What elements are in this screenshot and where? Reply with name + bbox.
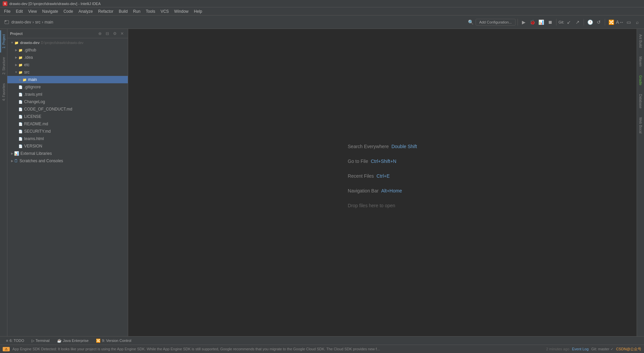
version-control-icon: 🔀 xyxy=(96,339,101,343)
tab-java-enterprise[interactable]: ☕ Java Enterprise xyxy=(54,337,92,345)
sidebar-item-web-bocal[interactable]: Web Bocal xyxy=(638,113,643,137)
git-push-btn[interactable]: ↗ xyxy=(574,18,582,26)
project-icon[interactable] xyxy=(3,18,11,26)
breadcrumb: drawio-dev › src › main xyxy=(11,20,53,25)
sidebar-item-maven[interactable]: Maven xyxy=(638,52,643,71)
sidebar-item-structure[interactable]: 2: Structure xyxy=(0,53,7,79)
debug-btn[interactable]: 🐞 xyxy=(529,18,537,26)
list-item[interactable]: ▶ 📁 main xyxy=(7,76,128,83)
list-item[interactable]: ▶ 📄 SECURITY.md xyxy=(7,128,128,135)
list-item[interactable]: ▶ 📁 .github xyxy=(7,46,128,54)
list-item[interactable]: ▶ 📄 VERSION xyxy=(7,142,128,150)
version-label: VERSION xyxy=(24,144,42,148)
search-btn[interactable]: ⌕ xyxy=(633,18,641,26)
main-folder-icon: 📁 xyxy=(22,77,27,82)
search-everywhere-key[interactable]: Double Shift xyxy=(391,144,417,149)
nav-bar-key[interactable]: Alt+Home xyxy=(381,188,402,193)
status-warning-badge[interactable]: ⚠ xyxy=(3,347,10,351)
list-item[interactable]: ▶ 📄 teams.html xyxy=(7,135,128,142)
menu-edit[interactable]: Edit xyxy=(13,8,25,14)
svg-rect-1 xyxy=(5,20,6,21)
goto-file-label: Go to File xyxy=(348,159,368,164)
run-with-coverage-btn[interactable]: 📊 xyxy=(537,18,545,26)
extlib-icon: 📊 xyxy=(14,151,19,156)
menu-navigate[interactable]: Navigate xyxy=(40,8,61,14)
search-everywhere-btn[interactable]: 🔍 xyxy=(467,18,475,26)
menu-analyze[interactable]: Analyze xyxy=(76,8,96,14)
shortcut-nav-bar: Navigation Bar Alt+Home xyxy=(348,188,417,193)
event-log-btn[interactable]: Event Log xyxy=(572,347,589,351)
project-panel-title: Project xyxy=(10,32,96,36)
locate-file-btn[interactable]: ⊕ xyxy=(97,31,103,37)
tab-terminal[interactable]: ▷ Terminal xyxy=(28,337,53,345)
vcs-branches-btn[interactable]: 🔀 xyxy=(607,18,615,26)
drop-label: Drop files here to open xyxy=(348,203,395,208)
list-item[interactable]: ▶ 📄 ChangeLog xyxy=(7,98,128,105)
shortcut-recent-files: Recent Files Ctrl+E xyxy=(348,173,417,179)
tab-version-control[interactable]: 🔀 9: Version Control xyxy=(93,337,135,345)
collapse-all-btn[interactable]: ⊟ xyxy=(104,31,110,37)
close-panel-btn[interactable]: ✕ xyxy=(119,31,125,37)
menu-window[interactable]: Window xyxy=(171,8,191,14)
status-bar: ⚠ App Engine SDK Detected: It looks like… xyxy=(0,345,644,353)
menu-build[interactable]: Build xyxy=(116,8,130,14)
tree-root[interactable]: ▼ 📁 drawio-dev D:\project\drawlo\drawio-… xyxy=(7,39,128,46)
menu-file[interactable]: File xyxy=(1,8,13,14)
sep2 xyxy=(556,19,556,26)
recent-files-key[interactable]: Ctrl+E xyxy=(377,173,390,179)
menu-code[interactable]: Code xyxy=(61,8,76,14)
list-item[interactable]: ▼ 📁 src xyxy=(7,69,128,76)
git-update-btn[interactable]: ↙ xyxy=(565,18,573,26)
breadcrumb-sep1: › xyxy=(33,20,34,25)
list-item[interactable]: ▶ 📄 .gitignore xyxy=(7,83,128,91)
sidebar-item-ant-build[interactable]: Ant Build xyxy=(638,30,643,52)
recent-files-label: Recent Files xyxy=(348,173,374,179)
list-item[interactable]: ▶ 📄 LICENSE xyxy=(7,113,128,120)
breadcrumb-project[interactable]: drawio-dev xyxy=(11,20,31,25)
list-item[interactable]: ▶ 📄 README.md xyxy=(7,120,128,128)
revert-btn[interactable]: ↺ xyxy=(595,18,603,26)
settings-btn[interactable]: ⚙ xyxy=(112,31,118,37)
translate-btn[interactable]: A↔ xyxy=(616,18,624,26)
java-enterprise-icon: ☕ xyxy=(57,339,62,343)
menu-tools[interactable]: Tools xyxy=(143,8,158,14)
tree-scratches-consoles[interactable]: ▶ 🗒 Scratches and Consoles xyxy=(7,157,128,165)
sidebar-item-project[interactable]: 1: Project xyxy=(0,30,7,52)
sidebar-item-favorites[interactable]: 4: Favorites xyxy=(0,79,7,105)
menu-vcs[interactable]: VCS xyxy=(158,8,172,14)
tab-todo[interactable]: ≡ 6: TODO xyxy=(3,337,28,345)
sidebar-item-database[interactable]: Database xyxy=(638,90,643,113)
history-btn[interactable]: 🕐 xyxy=(586,18,594,26)
add-configuration-button[interactable]: Add Configuration... xyxy=(476,19,516,26)
csdn-label: CSDN@公众号 xyxy=(616,347,641,352)
list-item[interactable]: ▶ 📄 CODE_OF_CONDUCT.md xyxy=(7,105,128,113)
list-item[interactable]: ▶ 📁 etc xyxy=(7,61,128,69)
menu-run[interactable]: Run xyxy=(130,8,143,14)
github-label: .github xyxy=(24,48,36,52)
teams-icon: 📄 xyxy=(18,136,23,141)
root-arrow: ▼ xyxy=(10,41,14,45)
tree-external-libraries[interactable]: ▶ 📊 External Libraries xyxy=(7,150,128,157)
github-arrow: ▶ xyxy=(14,48,18,52)
list-item[interactable]: ▶ 📁 .idea xyxy=(7,54,128,61)
main-arrow: ▶ xyxy=(18,78,22,82)
git-label: Git: xyxy=(558,20,564,24)
stop-btn[interactable]: ⏹ xyxy=(546,18,554,26)
menu-help[interactable]: Help xyxy=(191,8,205,14)
readme-label: README.md xyxy=(24,122,48,126)
root-path: D:\project\drawlo\drawio-dev xyxy=(41,41,84,45)
menu-view[interactable]: View xyxy=(25,8,40,14)
security-label: SECURITY.md xyxy=(24,129,51,134)
teams-label: teams.html xyxy=(24,136,44,141)
sidebar-item-gradle[interactable]: Gradle xyxy=(638,71,643,89)
travis-icon: 📄 xyxy=(18,92,23,97)
run-btn[interactable]: ▶ xyxy=(520,18,528,26)
shortcut-goto-file: Go to File Ctrl+Shift+N xyxy=(348,159,417,164)
extlib-arrow: ▶ xyxy=(10,151,14,156)
list-item[interactable]: ▶ 📄 .travis.yml xyxy=(7,91,128,98)
breadcrumb-src[interactable]: src xyxy=(35,20,41,25)
menu-refactor[interactable]: Refactor xyxy=(96,8,116,14)
layout-btn[interactable]: ▭ xyxy=(625,18,633,26)
goto-file-key[interactable]: Ctrl+Shift+N xyxy=(371,159,396,164)
breadcrumb-main[interactable]: main xyxy=(45,20,53,25)
